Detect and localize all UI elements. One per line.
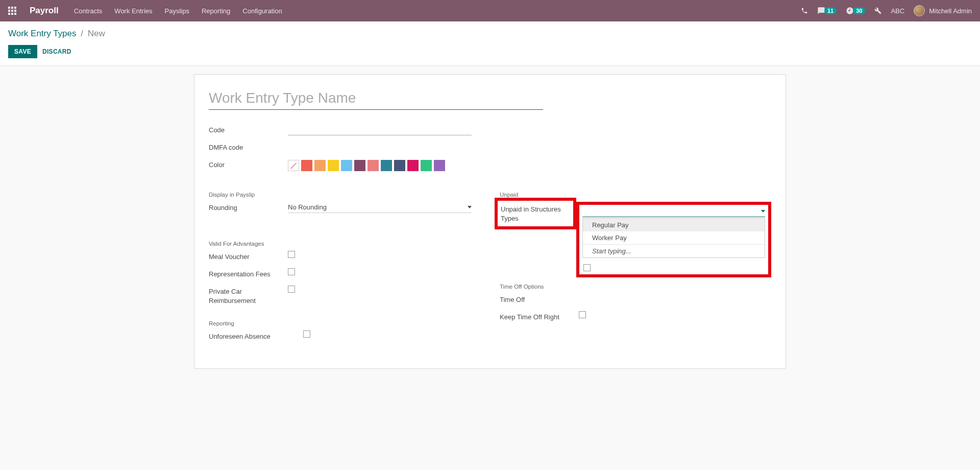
row-rounding: Rounding No Rounding [209, 202, 479, 215]
unpaid-structures-input[interactable] [582, 207, 747, 215]
color-4[interactable] [341, 160, 352, 171]
label-private-car: Private Car Reimbursement [209, 286, 288, 305]
name-input[interactable] [209, 87, 543, 110]
form-sheet: Code DMFA code Color [194, 74, 786, 369]
color-picker [288, 159, 484, 171]
company-name[interactable]: ABC [891, 7, 904, 15]
label-rounding: Rounding [209, 202, 288, 213]
color-9[interactable] [407, 160, 419, 171]
keep-timeoff-checkbox[interactable] [579, 311, 586, 318]
discard-button[interactable]: DISCARD [42, 48, 71, 55]
chevron-down-icon [468, 206, 472, 208]
option-start-typing[interactable]: Start typing... [583, 244, 765, 257]
control-panel: Work Entry Types / New SAVE DISCARD [0, 21, 980, 66]
dropdown-menu: Regular Pay Worker Pay Start typing... [582, 218, 765, 258]
brand[interactable]: Payroll [30, 6, 59, 16]
row-meal-voucher: Meal Voucher [209, 251, 479, 264]
hidden-checkbox[interactable] [583, 264, 591, 271]
color-11[interactable] [434, 160, 445, 171]
message-icon[interactable]: 11 [817, 7, 837, 15]
row-keep-timeoff: Keep Time Off Right [500, 311, 771, 324]
avatar [914, 5, 925, 16]
color-10[interactable] [421, 160, 432, 171]
apps-icon[interactable] [8, 7, 16, 15]
label-timeoff: Time Off [500, 294, 579, 304]
section-display: Display in Payslip [209, 192, 479, 198]
row-unpaid-structures: Unpaid in Structures Types Regular Pay W… [500, 202, 771, 277]
color-5[interactable] [354, 160, 365, 171]
nav-configuration[interactable]: Configuration [242, 7, 282, 15]
row-color: Color [209, 159, 484, 172]
code-input[interactable] [288, 124, 472, 135]
left-col: Display in Payslip Rounding No Rounding … [209, 176, 479, 348]
option-worker-pay[interactable]: Worker Pay [583, 231, 765, 244]
private-car-checkbox[interactable] [288, 286, 295, 293]
row-code: Code [209, 124, 484, 137]
color-2[interactable] [314, 160, 326, 171]
wrench-icon[interactable] [874, 7, 881, 14]
row-unforeseen: Unforeseen Absence [209, 331, 479, 344]
label-color: Color [209, 159, 288, 170]
unpaid-structures-select[interactable] [582, 206, 765, 217]
row-rep-fees: Representation Fees [209, 268, 479, 281]
right-col: Unpaid Unpaid in Structures Types Regula… [500, 176, 771, 348]
label-code: Code [209, 124, 288, 135]
breadcrumb-parent[interactable]: Work Entry Types [8, 29, 77, 38]
color-1[interactable] [301, 160, 312, 171]
nav-menu: Contracts Work Entries Payslips Reportin… [74, 7, 282, 15]
unforeseen-checkbox[interactable] [303, 331, 310, 338]
option-regular-pay[interactable]: Regular Pay [583, 219, 765, 231]
highlight-dropdown-frame: Regular Pay Worker Pay Start typing... [576, 202, 771, 277]
color-6[interactable] [368, 160, 379, 171]
breadcrumb-current: New [88, 29, 105, 38]
main-groups: Display in Payslip Rounding No Rounding … [209, 176, 771, 348]
clock-icon[interactable]: 30 [846, 7, 865, 15]
color-8[interactable] [394, 160, 405, 171]
row-private-car: Private Car Reimbursement [209, 286, 479, 305]
meal-voucher-checkbox[interactable] [288, 251, 295, 258]
section-advantages: Valid For Advantages [209, 241, 479, 247]
cp-buttons: SAVE DISCARD [8, 45, 972, 58]
nav-work-entries[interactable]: Work Entries [114, 7, 152, 15]
breadcrumb-sep: / [81, 29, 83, 38]
label-unpaid-structures: Unpaid in Structures Types [501, 205, 569, 223]
breadcrumb: Work Entry Types / New [8, 29, 972, 39]
section-timeoff: Time Off Options [500, 284, 771, 290]
rounding-value: No Rounding [288, 203, 327, 211]
color-none[interactable] [288, 160, 299, 171]
label-unforeseen: Unforeseen Absence [209, 331, 303, 341]
section-unpaid: Unpaid [500, 192, 771, 198]
row-timeoff: Time Off [500, 294, 771, 307]
navbar-left: Payroll Contracts Work Entries Payslips … [8, 6, 282, 16]
nav-payslips[interactable]: Payslips [165, 7, 189, 15]
label-keep-timeoff: Keep Time Off Right [500, 311, 579, 322]
user-menu[interactable]: Mitchell Admin [914, 5, 972, 16]
phone-icon[interactable] [801, 7, 808, 14]
message-badge: 11 [824, 7, 837, 14]
clock-badge: 30 [853, 7, 865, 14]
title-row [209, 87, 771, 110]
navbar-right: 11 30 ABC Mitchell Admin [801, 5, 972, 16]
rounding-select[interactable]: No Rounding [288, 202, 472, 213]
rep-fees-checkbox[interactable] [288, 268, 295, 275]
label-rep-fees: Representation Fees [209, 268, 288, 279]
label-meal-voucher: Meal Voucher [209, 251, 288, 262]
top-group: Code DMFA code Color [209, 119, 484, 172]
navbar: Payroll Contracts Work Entries Payslips … [0, 0, 980, 21]
row-dmfa: DMFA code [209, 142, 484, 155]
color-3[interactable] [328, 160, 339, 171]
color-7[interactable] [381, 160, 392, 171]
user-name: Mitchell Admin [929, 7, 972, 15]
section-reporting: Reporting [209, 320, 479, 326]
label-dmfa: DMFA code [209, 142, 288, 152]
nav-reporting[interactable]: Reporting [202, 7, 230, 15]
highlight-label-frame: Unpaid in Structures Types [495, 198, 576, 229]
nav-contracts[interactable]: Contracts [74, 7, 103, 15]
save-button[interactable]: SAVE [8, 45, 37, 58]
form-wrap: Code DMFA code Color [0, 66, 980, 377]
chevron-down-icon [761, 210, 765, 213]
